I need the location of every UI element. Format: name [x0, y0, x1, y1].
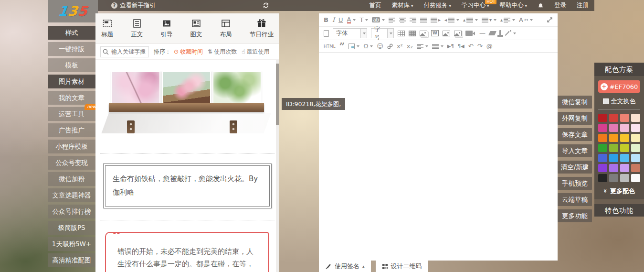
- underline-button[interactable]: U: [338, 16, 343, 23]
- sidebar-item[interactable]: 高清精准配图: [48, 253, 95, 267]
- color-swatch[interactable]: [620, 164, 629, 172]
- action-button[interactable]: 保存文章: [558, 128, 592, 141]
- scrollbar-thumb[interactable]: [276, 64, 279, 125]
- tab-layout[interactable]: 布局: [220, 13, 232, 44]
- insert-link-icon[interactable]: [387, 44, 393, 49]
- editor-content-area[interactable]: [319, 53, 558, 260]
- color-swatch[interactable]: [620, 154, 629, 162]
- nav-item[interactable]: 帮助中心 ▾: [499, 1, 527, 10]
- featured-functions-button[interactable]: 特色功能: [594, 204, 644, 217]
- color-swatch[interactable]: [598, 164, 607, 172]
- current-color-button[interactable]: + #EF7060: [598, 80, 640, 93]
- tab-festival[interactable]: 节日行业: [250, 13, 274, 44]
- blockquote-button[interactable]: ”: [339, 44, 345, 49]
- emoji-button[interactable]: ☺: [377, 43, 383, 50]
- logo-135[interactable]: 135: [48, 0, 98, 22]
- sidebar-item[interactable]: 我的文章: [48, 91, 95, 105]
- sidebar-item[interactable]: 公众号排行榜: [48, 205, 95, 218]
- color-swatch[interactable]: [598, 174, 607, 182]
- checkbox-icon[interactable]: [603, 98, 609, 104]
- color-swatch[interactable]: [631, 154, 640, 162]
- tab-body[interactable]: 正文: [131, 13, 143, 44]
- color-swatch[interactable]: [620, 144, 629, 152]
- action-button[interactable]: 导入文章: [558, 144, 592, 157]
- color-swatch[interactable]: [631, 164, 640, 172]
- more-colors-button[interactable]: » 更多配色: [598, 187, 640, 196]
- horizontal-rule-icon[interactable]: —: [479, 30, 486, 37]
- ordered-list-button[interactable]: [417, 44, 428, 49]
- signature-tab[interactable]: 使用签名 ▴: [319, 261, 371, 272]
- color-swatch[interactable]: [620, 174, 629, 182]
- fullscreen-icon[interactable]: [547, 17, 553, 23]
- nav-item[interactable]: 付费服务 ▾: [423, 1, 451, 10]
- action-button[interactable]: 更多功能: [558, 209, 592, 222]
- subscript-button[interactable]: x₂: [407, 43, 413, 50]
- find-replace-button[interactable]: @: [486, 43, 493, 50]
- special-char-button[interactable]: Ω: [363, 43, 373, 50]
- color-swatch[interactable]: [609, 114, 618, 122]
- sidebar-item[interactable]: 小程序模板: [48, 140, 95, 153]
- sort-option[interactable]: ⊙ 收藏时间: [174, 48, 203, 56]
- sort-option[interactable]: ⇅ 使用次数: [208, 48, 237, 56]
- newbie-guide-link[interactable]: ? 查看新手指引: [111, 0, 156, 11]
- highlight-button[interactable]: ab: [372, 17, 384, 22]
- scrollbar-track[interactable]: [276, 60, 279, 272]
- action-button[interactable]: 清空/新建: [558, 161, 592, 174]
- sidebar-item[interactable]: 极简版PS: [48, 221, 95, 235]
- recolor-all-toggle[interactable]: 全文换色: [598, 97, 640, 106]
- rtl-paragraph-button[interactable]: ¶◀: [458, 44, 465, 49]
- action-button[interactable]: 手机预览: [558, 177, 592, 190]
- sidebar-item[interactable]: 一键排版: [48, 42, 95, 56]
- color-swatch[interactable]: [609, 144, 618, 152]
- sidebar-item[interactable]: 1天吸粉5W+: [48, 237, 95, 251]
- nav-item[interactable]: 素材库 ▾: [391, 1, 413, 10]
- undo-button[interactable]: ↶: [468, 43, 474, 50]
- login-link[interactable]: 登录: [554, 1, 566, 10]
- color-swatch[interactable]: [620, 134, 629, 142]
- image-gallery-icon[interactable]: [454, 31, 462, 36]
- indent-button[interactable]: ▸: [431, 17, 441, 22]
- notification-bell-icon[interactable]: [538, 2, 544, 9]
- italic-button[interactable]: I: [332, 16, 335, 23]
- material-item-flower-shelf[interactable]: [108, 71, 265, 142]
- color-swatch[interactable]: [609, 134, 618, 142]
- sidebar-item[interactable]: 广告推广: [48, 123, 95, 137]
- outdent-button[interactable]: ◂: [444, 17, 459, 22]
- tab-guide[interactable]: 引导: [160, 13, 172, 44]
- image-upload-icon[interactable]: [420, 31, 427, 36]
- color-swatch[interactable]: [609, 154, 618, 162]
- justify-button[interactable]: [420, 17, 427, 22]
- sidebar-item[interactable]: 运营工具 new: [48, 107, 95, 121]
- html-source-button[interactable]: HTML: [324, 44, 336, 49]
- margin-top-button[interactable]: ▴: [463, 17, 478, 22]
- color-swatch[interactable]: [609, 164, 618, 172]
- color-swatch[interactable]: [598, 134, 607, 142]
- action-button[interactable]: 外网复制: [558, 112, 592, 125]
- sidebar-item[interactable]: 模板: [48, 58, 95, 72]
- redo-button[interactable]: ↷: [477, 43, 483, 50]
- magic-wand-icon[interactable]: [505, 30, 516, 36]
- register-link[interactable]: 注册: [577, 1, 589, 10]
- nav-item[interactable]: 学习中心 ▾ HOT: [462, 1, 489, 10]
- material-item-framed-quote[interactable]: 生命有如铁砧，愈被敲打，愈能发出火花。By伽利略: [103, 163, 272, 208]
- align-center-button[interactable]: [399, 17, 406, 22]
- font-family-select[interactable]: 字体: [333, 28, 367, 38]
- action-button[interactable]: 云端草稿: [558, 193, 592, 206]
- color-swatch[interactable]: [609, 174, 618, 182]
- color-swatch[interactable]: [598, 114, 607, 122]
- color-swatch[interactable]: [631, 174, 640, 182]
- color-swatch[interactable]: [598, 144, 607, 152]
- clear-format-icon[interactable]: [499, 30, 501, 36]
- sidebar-item[interactable]: 图片素材: [48, 75, 95, 88]
- color-swatch[interactable]: [598, 154, 607, 162]
- color-swatch[interactable]: [598, 124, 607, 132]
- color-swatch[interactable]: [620, 124, 629, 132]
- sidebar-item[interactable]: 微信加粉: [48, 172, 95, 186]
- sidebar-item[interactable]: 文章选题神器: [48, 188, 95, 202]
- ltr-paragraph-button[interactable]: ▶¶: [447, 44, 454, 49]
- text-transform-button[interactable]: T: [359, 16, 368, 23]
- table-style-icon[interactable]: [409, 31, 416, 36]
- material-item-red-quote[interactable]: “ 错误的开始，未必不能走到完美的结束，人生没有什么事是一定的。都是在碰，在等，…: [105, 232, 269, 272]
- line-height-button[interactable]: ▴: [500, 17, 515, 22]
- align-right-button[interactable]: [410, 17, 416, 22]
